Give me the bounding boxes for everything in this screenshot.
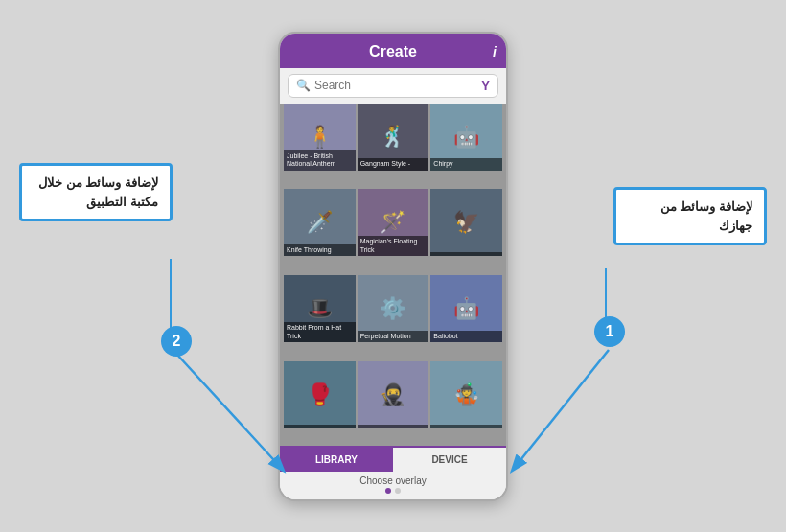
grid-item[interactable]: 🪄 Magician's Floating Trick [358, 189, 429, 256]
annotation-left: لإضافة وسائط من خلال مكتبة التطبيق [19, 163, 173, 221]
circle-2: 2 [161, 326, 192, 357]
grid-item[interactable]: 🧍 Jubilee - British National Anthem [284, 104, 356, 171]
search-icon: 🔍 [296, 79, 311, 92]
dot-active [385, 488, 391, 494]
circle-1: 1 [594, 316, 625, 347]
grid-item[interactable]: 🕺 Gangnam Style - [358, 104, 429, 171]
svg-line-1 [513, 350, 609, 470]
grid-item-label: Knife Throwing [284, 244, 356, 256]
grid-item-label [430, 425, 502, 428]
info-icon[interactable]: i [493, 44, 497, 59]
grid-item-label: Baliobot [430, 331, 502, 342]
choose-overlay: Choose overlay [280, 472, 506, 488]
tab-device[interactable]: DEVICE [393, 448, 506, 472]
grid-item-label: Perpetual Motion [358, 331, 429, 342]
phone: Create i 🔍 Y 🧍 Jubilee - British Nationa… [278, 32, 508, 501]
search-bar[interactable]: 🔍 Y [288, 74, 498, 98]
dot-indicator [280, 488, 506, 499]
grid-item[interactable]: 🥊 [284, 361, 356, 428]
annotation-left-text: لإضافة وسائط من خلال مكتبة التطبيق [38, 175, 158, 209]
grid-item[interactable]: 🦅 [430, 189, 502, 256]
grid-item-label [430, 252, 502, 256]
grid-item-label [358, 425, 429, 428]
grid-item-label: Jubilee - British National Anthem [284, 150, 356, 171]
annotation-right-text: لإضافة وسائط من جهازك [660, 199, 752, 233]
grid-item-label: Gangnam Style - [358, 158, 429, 170]
dot-inactive [395, 488, 401, 494]
header-title: Create [369, 43, 417, 60]
page-wrapper: لإضافة وسائط من خلال مكتبة التطبيق لإضاف… [0, 0, 786, 532]
grid-item-label: Magician's Floating Trick [358, 236, 429, 256]
grid-item[interactable]: 🗡️ Knife Throwing [284, 189, 356, 256]
grid-item[interactable]: 🤖 Chirpy [430, 104, 502, 171]
phone-header: Create i [280, 34, 506, 68]
grid-item-label [284, 425, 356, 428]
y-logo: Y [481, 79, 490, 93]
grid-container: 🧍 Jubilee - British National Anthem 🕺 Ga… [280, 104, 506, 446]
grid-item[interactable]: 🤖 Baliobot [430, 275, 502, 342]
grid-item[interactable]: ⚙️ Perpetual Motion [358, 275, 429, 342]
tab-library[interactable]: LIBRARY [280, 448, 393, 472]
grid-item[interactable]: 🤹 [430, 361, 502, 428]
grid-item[interactable]: 🥷 [358, 361, 429, 428]
grid-item-label: Chirpy [430, 158, 502, 170]
grid-item[interactable]: 🎩 Rabbit From a Hat Trick [284, 275, 356, 342]
svg-line-0 [177, 355, 283, 470]
annotation-right: لإضافة وسائط من جهازك [613, 187, 767, 245]
grid-item-label: Rabbit From a Hat Trick [284, 322, 356, 342]
phone-tabs: LIBRARY DEVICE [280, 446, 506, 472]
search-input[interactable] [314, 79, 481, 92]
